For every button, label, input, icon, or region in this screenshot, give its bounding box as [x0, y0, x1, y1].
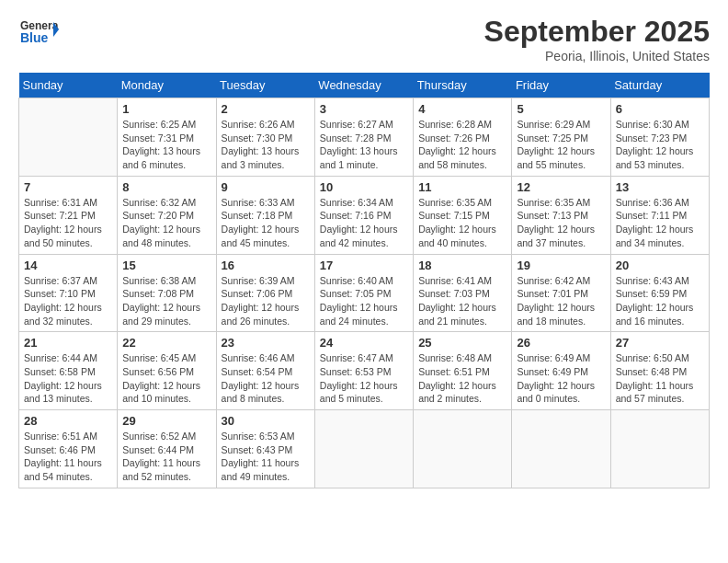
calendar-week-row: 28Sunrise: 6:51 AM Sunset: 6:46 PM Dayli…	[19, 410, 710, 488]
weekday-header: Friday	[512, 73, 610, 98]
calendar-cell: 3Sunrise: 6:27 AM Sunset: 7:28 PM Daylig…	[314, 98, 413, 177]
calendar-cell: 16Sunrise: 6:39 AM Sunset: 7:06 PM Dayli…	[216, 254, 314, 332]
day-info: Sunrise: 6:52 AM Sunset: 6:44 PM Dayligh…	[122, 430, 210, 484]
day-info: Sunrise: 6:51 AM Sunset: 6:46 PM Dayligh…	[24, 430, 112, 484]
day-number: 19	[517, 259, 605, 272]
day-number: 20	[616, 259, 704, 272]
day-number: 1	[122, 102, 210, 116]
calendar-cell: 8Sunrise: 6:32 AM Sunset: 7:20 PM Daylig…	[118, 176, 216, 254]
svg-text:Blue: Blue	[20, 30, 49, 45]
day-number: 2	[222, 102, 310, 116]
day-info: Sunrise: 6:26 AM Sunset: 7:30 PM Dayligh…	[222, 118, 310, 172]
day-info: Sunrise: 6:28 AM Sunset: 7:26 PM Dayligh…	[418, 118, 506, 172]
day-number: 5	[517, 102, 605, 116]
weekday-header: Monday	[118, 73, 216, 98]
day-number: 6	[616, 102, 704, 116]
day-number: 16	[222, 259, 310, 272]
day-info: Sunrise: 6:53 AM Sunset: 6:43 PM Dayligh…	[222, 430, 310, 484]
page-subtitle: Peoria, Illinois, United States	[484, 49, 710, 63]
calendar-cell: 14Sunrise: 6:37 AM Sunset: 7:10 PM Dayli…	[19, 254, 118, 332]
day-info: Sunrise: 6:48 AM Sunset: 6:51 PM Dayligh…	[418, 351, 506, 406]
calendar-cell: 5Sunrise: 6:29 AM Sunset: 7:25 PM Daylig…	[512, 98, 610, 177]
day-info: Sunrise: 6:31 AM Sunset: 7:21 PM Dayligh…	[24, 196, 112, 250]
calendar-week-row: 21Sunrise: 6:44 AM Sunset: 6:58 PM Dayli…	[19, 332, 710, 410]
day-number: 30	[222, 414, 310, 428]
calendar-cell: 27Sunrise: 6:50 AM Sunset: 6:48 PM Dayli…	[610, 332, 709, 410]
calendar-cell: 4Sunrise: 6:28 AM Sunset: 7:26 PM Daylig…	[414, 98, 512, 177]
day-info: Sunrise: 6:35 AM Sunset: 7:15 PM Dayligh…	[418, 196, 506, 250]
calendar-cell: 26Sunrise: 6:49 AM Sunset: 6:49 PM Dayli…	[512, 332, 610, 410]
day-number: 18	[418, 259, 506, 272]
calendar-header-row: SundayMondayTuesdayWednesdayThursdayFrid…	[19, 73, 710, 98]
day-info: Sunrise: 6:25 AM Sunset: 7:31 PM Dayligh…	[122, 118, 210, 172]
day-number: 21	[24, 336, 112, 350]
day-info: Sunrise: 6:32 AM Sunset: 7:20 PM Dayligh…	[122, 196, 210, 250]
day-info: Sunrise: 6:37 AM Sunset: 7:10 PM Dayligh…	[24, 274, 112, 328]
calendar-cell: 7Sunrise: 6:31 AM Sunset: 7:21 PM Daylig…	[19, 176, 118, 254]
calendar-cell: 23Sunrise: 6:46 AM Sunset: 6:54 PM Dayli…	[216, 332, 314, 410]
title-block: September 2025 Peoria, Illinois, United …	[484, 15, 710, 63]
calendar-week-row: 7Sunrise: 6:31 AM Sunset: 7:21 PM Daylig…	[19, 176, 710, 254]
calendar-week-row: 1Sunrise: 6:25 AM Sunset: 7:31 PM Daylig…	[19, 98, 710, 177]
day-number: 24	[320, 336, 408, 350]
day-info: Sunrise: 6:40 AM Sunset: 7:05 PM Dayligh…	[320, 274, 408, 328]
day-number: 14	[24, 259, 112, 272]
day-info: Sunrise: 6:43 AM Sunset: 6:59 PM Dayligh…	[616, 274, 704, 328]
day-info: Sunrise: 6:39 AM Sunset: 7:06 PM Dayligh…	[222, 274, 310, 328]
calendar-cell: 13Sunrise: 6:36 AM Sunset: 7:11 PM Dayli…	[610, 176, 709, 254]
day-info: Sunrise: 6:35 AM Sunset: 7:13 PM Dayligh…	[517, 196, 605, 250]
day-number: 8	[122, 180, 210, 194]
calendar-cell: 9Sunrise: 6:33 AM Sunset: 7:18 PM Daylig…	[216, 176, 314, 254]
day-info: Sunrise: 6:34 AM Sunset: 7:16 PM Dayligh…	[320, 196, 408, 250]
day-number: 26	[517, 336, 605, 350]
logo: General Blue	[18, 15, 59, 55]
day-info: Sunrise: 6:44 AM Sunset: 6:58 PM Dayligh…	[24, 351, 112, 406]
day-number: 22	[122, 336, 210, 350]
calendar-cell: 20Sunrise: 6:43 AM Sunset: 6:59 PM Dayli…	[610, 254, 709, 332]
calendar-cell: 24Sunrise: 6:47 AM Sunset: 6:53 PM Dayli…	[314, 332, 413, 410]
calendar-cell: 28Sunrise: 6:51 AM Sunset: 6:46 PM Dayli…	[19, 410, 118, 488]
weekday-header: Thursday	[414, 73, 512, 98]
day-info: Sunrise: 6:47 AM Sunset: 6:53 PM Dayligh…	[320, 351, 408, 406]
page-title: September 2025	[484, 15, 710, 49]
day-number: 28	[24, 414, 112, 428]
calendar-cell: 6Sunrise: 6:30 AM Sunset: 7:23 PM Daylig…	[610, 98, 709, 177]
day-info: Sunrise: 6:36 AM Sunset: 7:11 PM Dayligh…	[616, 196, 704, 250]
calendar-cell	[19, 98, 118, 177]
calendar-cell	[314, 410, 413, 488]
weekday-header: Tuesday	[216, 73, 314, 98]
day-info: Sunrise: 6:30 AM Sunset: 7:23 PM Dayligh…	[616, 118, 704, 172]
day-number: 4	[418, 102, 506, 116]
day-number: 9	[222, 180, 310, 194]
day-number: 25	[418, 336, 506, 350]
day-info: Sunrise: 6:45 AM Sunset: 6:56 PM Dayligh…	[122, 351, 210, 406]
calendar-cell: 2Sunrise: 6:26 AM Sunset: 7:30 PM Daylig…	[216, 98, 314, 177]
day-number: 23	[222, 336, 310, 350]
calendar-cell: 25Sunrise: 6:48 AM Sunset: 6:51 PM Dayli…	[414, 332, 512, 410]
day-number: 3	[320, 102, 408, 116]
weekday-header: Saturday	[610, 73, 709, 98]
day-info: Sunrise: 6:38 AM Sunset: 7:08 PM Dayligh…	[122, 274, 210, 328]
calendar-cell: 11Sunrise: 6:35 AM Sunset: 7:15 PM Dayli…	[414, 176, 512, 254]
day-info: Sunrise: 6:29 AM Sunset: 7:25 PM Dayligh…	[517, 118, 605, 172]
day-number: 27	[616, 336, 704, 350]
day-info: Sunrise: 6:41 AM Sunset: 7:03 PM Dayligh…	[418, 274, 506, 328]
day-number: 10	[320, 180, 408, 194]
day-number: 13	[616, 180, 704, 194]
day-number: 7	[24, 180, 112, 194]
day-number: 15	[122, 259, 210, 272]
calendar-week-row: 14Sunrise: 6:37 AM Sunset: 7:10 PM Dayli…	[19, 254, 710, 332]
calendar-cell: 18Sunrise: 6:41 AM Sunset: 7:03 PM Dayli…	[414, 254, 512, 332]
calendar-cell: 21Sunrise: 6:44 AM Sunset: 6:58 PM Dayli…	[19, 332, 118, 410]
calendar-cell: 10Sunrise: 6:34 AM Sunset: 7:16 PM Dayli…	[314, 176, 413, 254]
calendar-cell: 17Sunrise: 6:40 AM Sunset: 7:05 PM Dayli…	[314, 254, 413, 332]
calendar-cell: 1Sunrise: 6:25 AM Sunset: 7:31 PM Daylig…	[118, 98, 216, 177]
day-info: Sunrise: 6:27 AM Sunset: 7:28 PM Dayligh…	[320, 118, 408, 172]
day-info: Sunrise: 6:50 AM Sunset: 6:48 PM Dayligh…	[616, 351, 704, 406]
calendar-cell: 19Sunrise: 6:42 AM Sunset: 7:01 PM Dayli…	[512, 254, 610, 332]
page-header: General Blue September 2025 Peoria, Illi…	[18, 15, 710, 63]
weekday-header: Wednesday	[314, 73, 413, 98]
logo-svg: General Blue	[18, 15, 59, 55]
day-number: 29	[122, 414, 210, 428]
day-info: Sunrise: 6:42 AM Sunset: 7:01 PM Dayligh…	[517, 274, 605, 328]
